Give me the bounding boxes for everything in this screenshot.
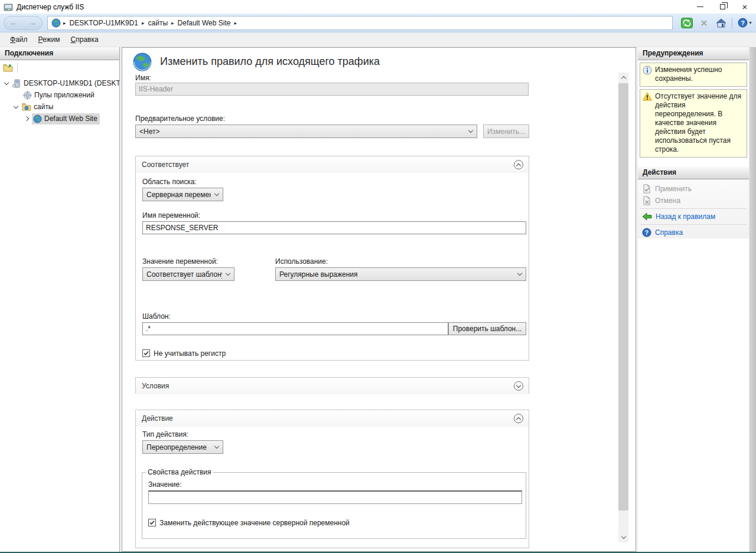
chevron-up-icon	[621, 76, 625, 81]
back-to-rules-label[interactable]: Назад к правилам	[656, 212, 715, 221]
replace-value-checkbox[interactable]	[148, 519, 156, 526]
action-value-input[interactable]	[148, 490, 522, 504]
back-arrow-icon	[642, 212, 652, 221]
toolbar-separator	[17, 63, 18, 73]
collapse-section-button[interactable]	[514, 160, 523, 169]
forward-nav-icon[interactable]: →	[29, 19, 37, 27]
expand-section-button[interactable]	[514, 381, 523, 391]
scope-select[interactable]: Серверная переменн	[142, 188, 223, 201]
ignore-case-checkbox[interactable]	[142, 349, 150, 357]
tree-sites-label[interactable]: сайты	[34, 103, 54, 111]
value-match-select[interactable]: Соответствует шаблону	[142, 267, 234, 281]
help-icon: ?	[642, 228, 651, 237]
minimize-button[interactable]	[689, 0, 711, 14]
action-type-select[interactable]: Переопределение	[142, 440, 223, 454]
test-pattern-button[interactable]: Проверить шаблон...	[448, 322, 526, 335]
pattern-label: Шаблон:	[142, 312, 171, 320]
help-icon: ?	[738, 18, 748, 28]
tree-app-pools-label[interactable]: Пулы приложений	[34, 91, 94, 99]
menu-view[interactable]: Режим	[33, 34, 66, 45]
close-button[interactable]: ×	[734, 0, 756, 14]
scope-label: Область поиска:	[142, 178, 197, 186]
server-icon	[12, 79, 21, 88]
variable-name-input[interactable]	[142, 221, 526, 234]
name-label: Имя:	[135, 74, 151, 82]
action-section: Действие Тип действия: Переопределение С…	[135, 410, 529, 548]
usage-select[interactable]: Регулярные выражения	[275, 267, 526, 281]
chevron-down-icon[interactable]	[14, 103, 18, 108]
connections-toolbar	[0, 60, 119, 76]
connections-panel: Подключения DESKTOP-U1MK9D1 (DESKTOP	[0, 47, 120, 552]
home-button[interactable]	[713, 17, 729, 30]
back-nav-icon[interactable]: ←	[10, 19, 18, 27]
content-scrollbar[interactable]	[618, 73, 628, 542]
help-action[interactable]: ? Справка	[638, 227, 749, 238]
restore-button[interactable]	[711, 0, 734, 14]
warning-icon	[643, 92, 652, 154]
tree-server-label[interactable]: DESKTOP-U1MK9D1 (DESKTOP	[24, 79, 119, 87]
chevron-down-icon	[621, 534, 625, 539]
chevron-right-icon[interactable]	[24, 116, 29, 121]
scroll-up-button[interactable]	[618, 73, 628, 83]
edit-precondition-button: Изменить...	[483, 125, 529, 138]
edit-button-label: Изменить...	[487, 127, 525, 136]
conditions-section: Условия	[135, 377, 529, 394]
toolbar-separator	[732, 18, 732, 28]
tree-node-default-web-site[interactable]: Default Web Site	[0, 113, 119, 125]
page-title: Изменить правило для исходящего трафика	[160, 55, 380, 68]
application-pools-icon	[23, 91, 32, 100]
breadcrumb-default-web-site[interactable]: Default Web Site	[178, 19, 231, 27]
menu-help[interactable]: Справка	[66, 34, 104, 45]
task-panel: Предупреждения Изменения успешно сохране…	[638, 47, 749, 552]
content-panel: Изменить правило для исходящего трафика …	[122, 47, 636, 552]
breadcrumb-server[interactable]: DESKTOP-U1MK9D1	[70, 19, 138, 27]
warning-message: Отсутствует значение для действия переоп…	[640, 89, 747, 158]
scrollbar-thumb[interactable]	[618, 83, 628, 511]
tree-default-site-label[interactable]: Default Web Site	[44, 114, 97, 123]
chevron-up-icon	[516, 163, 521, 168]
help-caret-icon: ▾	[749, 20, 751, 25]
breadcrumb-sites[interactable]: сайты	[148, 19, 168, 27]
tree-node-sites[interactable]: сайты	[0, 101, 119, 113]
action-properties-legend: Свойства действия	[146, 468, 213, 476]
actions-separator	[640, 224, 747, 225]
match-section: Соответствует Область поиска: Серверная …	[135, 156, 529, 361]
variable-name-label: Имя переменной:	[142, 211, 200, 220]
chevron-down-icon	[214, 191, 219, 195]
ignore-case-label[interactable]: Не учитывать регистр	[154, 349, 226, 358]
help-label[interactable]: Справка	[655, 228, 683, 237]
window-title: Диспетчер служб IIS	[17, 3, 84, 11]
help-menu-button[interactable]: ? ▾	[737, 17, 752, 30]
pattern-input[interactable]	[142, 322, 448, 335]
breadcrumb-separator: ▸	[142, 20, 145, 26]
connections-header: Подключения	[0, 47, 119, 60]
replace-value-label[interactable]: Заменить действующее значение серверной …	[159, 519, 350, 527]
refresh-button[interactable]	[679, 17, 695, 30]
scroll-down-button[interactable]	[618, 532, 628, 542]
chevron-down-icon	[517, 270, 522, 275]
chevron-down-icon	[214, 443, 219, 448]
breadcrumb-separator: ▸	[171, 20, 174, 26]
usage-value: Регулярные выражения	[279, 270, 358, 279]
stop-icon	[699, 18, 709, 28]
title-bar: Диспетчер служб IIS ×	[0, 0, 756, 14]
selected-tree-item[interactable]: Default Web Site	[32, 113, 100, 125]
tree-node-app-pools[interactable]: Пулы приложений	[0, 89, 119, 101]
action-type-label: Тип действия:	[142, 430, 188, 439]
main-layout: Подключения DESKTOP-U1MK9D1 (DESKTOP	[0, 47, 756, 552]
chevron-down-icon	[516, 383, 521, 388]
precondition-select[interactable]: <Нет>	[135, 125, 477, 138]
warning-message-text: Отсутствует значение для действия переоп…	[655, 92, 744, 154]
tree-node-server[interactable]: DESKTOP-U1MK9D1 (DESKTOP	[0, 77, 119, 89]
back-to-rules-action[interactable]: Назад к правилам	[638, 211, 749, 222]
menu-file[interactable]: Файл	[5, 34, 33, 45]
chevron-down-icon[interactable]	[4, 80, 9, 84]
value-match-label: Значение переменной:	[142, 257, 218, 266]
check-icon	[143, 350, 149, 356]
save-connection-icon[interactable]	[3, 63, 14, 73]
actions-separator	[640, 208, 747, 209]
conditions-section-title: Условия	[142, 382, 169, 390]
collapse-section-button[interactable]	[514, 414, 523, 423]
address-breadcrumb[interactable]: ▸ DESKTOP-U1MK9D1 ▸ сайты ▸ Default Web …	[47, 16, 673, 30]
precondition-label: Предварительное условие:	[135, 114, 225, 123]
